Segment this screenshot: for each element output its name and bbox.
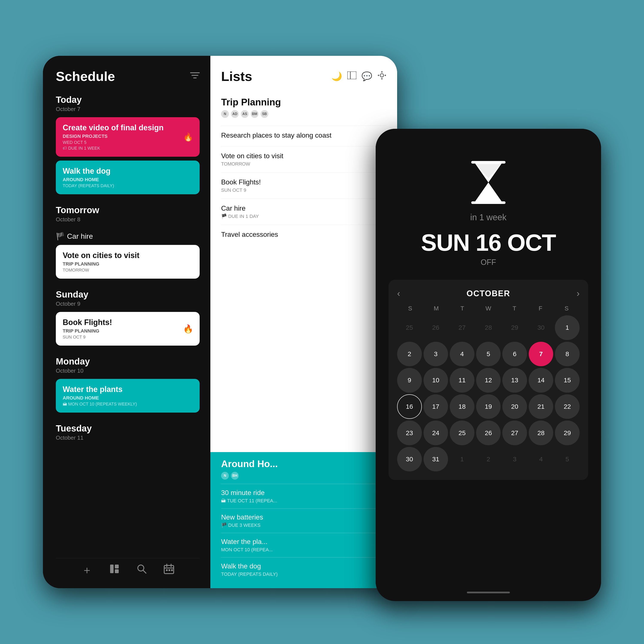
cal-day-20[interactable]: 20 [502,394,527,419]
around-item-plants-sub: MON OCT 10 (REPEA... [221,547,386,553]
nav-list-icon[interactable] [109,564,120,577]
scene: Schedule Today October 7 [43,43,601,601]
svg-rect-23 [471,161,506,164]
cal-day[interactable]: 4 [529,447,553,472]
task-title-vote: Vote on cities to visit [63,251,193,260]
cal-day-27[interactable]: 27 [502,421,527,445]
cal-day-13[interactable]: 13 [502,368,527,393]
cal-day-30[interactable]: 30 [397,447,422,472]
cal-day-22[interactable]: 22 [555,394,580,419]
cal-prev-button[interactable]: ‹ [397,288,400,299]
time-until-label: in 1 week [470,213,507,222]
schedule-header: Schedule [56,69,200,84]
cal-day-25[interactable]: 25 [450,421,474,445]
day-label-monday: Monday [56,356,200,367]
task-card-design[interactable]: Create video of final design DESIGN PROJ… [56,117,200,157]
cal-day-31[interactable]: 31 [424,447,448,472]
list-item-car-sub: 🏴 DUE IN 1 DAY [221,214,386,219]
moon-icon[interactable]: 🌙 [331,71,342,81]
list-item-car[interactable]: Car hire 🏴 DUE IN 1 DAY [221,199,386,225]
cal-day[interactable]: 26 [424,315,448,340]
around-item-plants[interactable]: Water the pla... MON OCT 10 (REPEA... [221,533,386,557]
cal-day[interactable]: 29 [502,315,527,340]
cal-day[interactable]: 2 [476,447,501,472]
cal-day-21[interactable]: 21 [529,394,553,419]
around-item-dog[interactable]: Walk the dog TODAY (REPEATS DAILY) [221,557,386,582]
nav-calendar-icon[interactable] [164,564,174,577]
cal-day-14[interactable]: 14 [529,368,553,393]
list-item-vote[interactable]: Vote on cities to visit TOMORROW [221,146,386,172]
cal-day[interactable]: 3 [502,447,527,472]
list-item-car-title: Car hire [221,204,386,212]
task-cat-plants: AROUND HOME [63,395,193,401]
svg-rect-4 [115,565,119,568]
message-icon[interactable]: 💬 [361,71,372,81]
around-home-title: Around Ho... [221,459,386,469]
cal-day-6[interactable]: 6 [502,342,527,366]
filter-icon[interactable] [190,71,200,81]
list-item-flights-title: Book Flights! [221,178,386,186]
around-home-section: Around Ho... N BH 30 minute ride 🏔 TUE O… [210,452,397,588]
fire-icon-design: 🔥 [183,132,193,142]
list-item-travel[interactable]: Travel accessories [221,225,386,245]
cal-day-3[interactable]: 3 [424,342,448,366]
cal-day[interactable]: 30 [529,315,553,340]
nav-add-icon[interactable]: ＋ [82,563,92,577]
bottom-nav: ＋ [56,558,200,582]
cal-day-26[interactable]: 26 [476,421,501,445]
cal-day-11[interactable]: 11 [450,368,474,393]
around-item-batteries[interactable]: New batteries 🏴 DUE 3 WEEKS [221,508,386,533]
list-item-flights[interactable]: Book Flights! SUN OCT 9 [221,172,386,199]
task-car-hire-standalone[interactable]: 🏴 Car hire [56,228,200,245]
task-card-plants[interactable]: Water the plants AROUND HOME 🏔 MON OCT 1… [56,379,200,413]
cal-day-15[interactable]: 15 [555,368,580,393]
list-item-research[interactable]: Research places to stay along coast [221,126,386,146]
cal-day-17[interactable]: 17 [424,394,448,419]
cal-day-29[interactable]: 29 [555,421,580,445]
around-item-ride-sub: 🏔 TUE OCT 11 (REPEA... [221,498,386,504]
day-label-tomorrow: Tomorrow [56,205,200,215]
settings-icon[interactable] [377,71,386,82]
around-item-dog-sub: TODAY (REPEATS DAILY) [221,571,386,577]
cal-day[interactable]: 5 [555,447,580,472]
cal-day-24[interactable]: 24 [424,421,448,445]
svg-rect-14 [171,569,173,571]
cal-day-18[interactable]: 18 [450,394,474,419]
cal-day-12[interactable]: 12 [476,368,501,393]
day-date-tomorrow: October 8 [56,216,200,223]
sidebar-icon[interactable] [347,71,356,81]
task-cat-dog: AROUND HOME [63,177,193,182]
task-card-vote[interactable]: Vote on cities to visit TRIP PLANNING TO… [56,245,200,279]
phone-home-bar [467,584,510,601]
cal-day-selected[interactable]: 16 [397,394,422,419]
cal-day-28[interactable]: 28 [529,421,553,445]
cal-day-5[interactable]: 5 [476,342,501,366]
task-title-flights: Book Flights! [63,318,193,327]
task-title-car: 🏴 Car hire [56,232,200,240]
cal-day-10[interactable]: 10 [424,368,448,393]
cal-day[interactable]: 27 [450,315,474,340]
cal-day[interactable]: 28 [476,315,501,340]
task-card-flights[interactable]: Book Flights! TRIP PLANNING SUN OCT 9 🔥 [56,312,200,346]
task-card-dog[interactable]: Walk the dog AROUND HOME TODAY (REPEATS … [56,161,200,194]
cal-day-23[interactable]: 23 [397,421,422,445]
cal-day-1[interactable]: 1 [555,315,580,340]
around-item-ride[interactable]: 30 minute ride 🏔 TUE OCT 11 (REPEA... [221,484,386,508]
section-tomorrow: Tomorrow October 8 🏴 Car hire Vote on ci… [56,205,200,279]
cal-day-8[interactable]: 8 [555,342,580,366]
cal-day[interactable]: 25 [397,315,422,340]
cal-day-4[interactable]: 4 [450,342,474,366]
svg-point-19 [381,78,383,79]
nav-search-icon[interactable] [137,564,147,577]
cal-day[interactable]: 1 [450,447,474,472]
svg-point-18 [381,71,383,73]
cal-day-19[interactable]: 19 [476,394,501,419]
section-today: Today October 7 Create video of final de… [56,95,200,194]
list-item-research-title: Research places to stay along coast [221,131,386,139]
cal-day-2[interactable]: 2 [397,342,422,366]
cal-next-button[interactable]: › [577,288,580,299]
trip-planning-section: Trip Planning N AD AS BM SB Research pla… [210,90,397,452]
cal-day-today[interactable]: 7 [529,342,553,366]
task-cat-design: DESIGN PROJECTS [63,134,193,139]
cal-day-9[interactable]: 9 [397,368,422,393]
